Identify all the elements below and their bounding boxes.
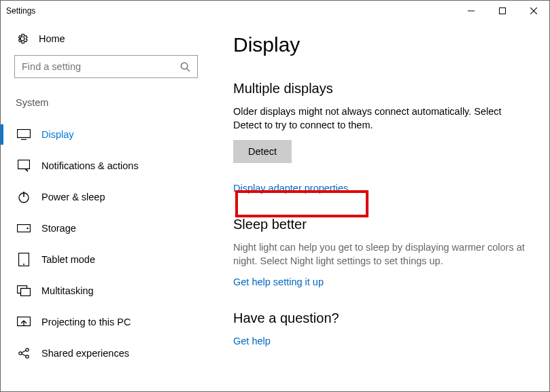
svg-point-12 [19,352,22,355]
minimize-button[interactable] [456,1,487,21]
titlebar: Settings [1,1,549,21]
sidebar-item-label: Notifications & actions [41,160,139,171]
window-controls [456,1,549,21]
search-box[interactable] [14,55,198,78]
sidebar-item-storage[interactable]: Storage [14,213,198,244]
svg-rect-2 [18,130,31,138]
minimize-icon [468,7,475,14]
window-title: Settings [6,6,35,16]
close-icon [530,7,537,14]
sidebar-item-label: Power & sleep [41,192,105,202]
svg-rect-10 [21,289,31,296]
sidebar-item-display[interactable]: Display [14,119,198,150]
question-heading: Have a question? [233,310,529,326]
detect-button[interactable]: Detect [233,140,292,163]
power-icon [17,190,31,204]
sidebar-item-multitasking[interactable]: Multitasking [14,275,198,306]
svg-rect-3 [18,160,30,169]
shared-icon [17,346,31,360]
sidebar-item-shared[interactable]: Shared experiences [14,338,198,369]
category-label: System [16,97,198,108]
sidebar-item-label: Projecting to this PC [41,317,131,327]
sidebar-item-power[interactable]: Power & sleep [14,181,198,213]
svg-point-1 [181,63,187,69]
sidebar-item-label: Multitasking [41,285,94,296]
sidebar-item-label: Shared experiences [41,348,129,359]
gear-icon [16,32,29,46]
sidebar: Home System Display [1,21,211,391]
home-link[interactable]: Home [14,28,198,55]
night-light-help-link[interactable]: Get help setting it up [233,277,324,287]
notifications-icon [17,159,31,173]
sleep-better-heading: Sleep better [233,217,529,232]
svg-point-8 [23,264,24,265]
svg-point-14 [26,355,29,358]
sidebar-item-label: Storage [41,223,76,234]
sidebar-item-tablet[interactable]: Tablet mode [14,244,198,275]
close-button[interactable] [518,1,549,21]
sleep-better-text: Night light can help you get to sleep by… [233,241,529,268]
svg-rect-0 [500,8,506,14]
maximize-icon [499,7,506,14]
nav-list: Display Notifications & actions Power & … [14,119,198,369]
search-input[interactable] [22,61,180,72]
svg-point-6 [27,228,28,229]
sidebar-item-label: Display [41,129,74,140]
multiple-displays-heading: Multiple displays [233,81,529,96]
settings-window: Settings Home [0,0,550,392]
tablet-icon [17,253,31,266]
search-icon [180,62,190,72]
page-title: Display [233,33,529,56]
multitasking-icon [17,284,31,298]
maximize-button[interactable] [487,1,518,21]
projecting-icon [17,315,31,329]
sidebar-item-projecting[interactable]: Projecting to this PC [14,306,198,338]
sidebar-item-notifications[interactable]: Notifications & actions [14,150,198,181]
storage-icon [17,221,31,235]
sidebar-item-label: Tablet mode [41,254,95,265]
home-label: Home [39,33,65,44]
get-help-link[interactable]: Get help [233,336,271,346]
annotation-highlight [235,190,368,217]
display-icon [17,128,31,141]
svg-point-13 [26,349,29,351]
multiple-displays-text: Older displays might not always connect … [233,105,529,132]
